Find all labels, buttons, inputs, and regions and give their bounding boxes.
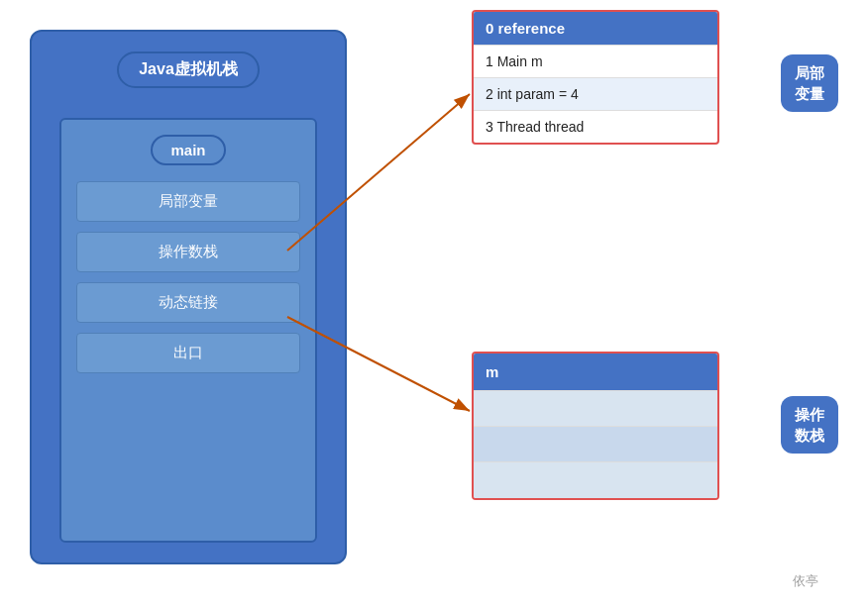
frame-title: main	[151, 135, 225, 165]
jvm-stack-container: Java虚拟机栈 main 局部变量 操作数栈 动态链接 出口	[30, 30, 347, 564]
local-vars-label: 局部变量	[781, 54, 838, 112]
lv-row-2: 2 int param = 4	[474, 78, 717, 111]
exit-row: 出口	[76, 333, 300, 373]
local-vars-row: 局部变量	[76, 181, 300, 222]
op-row-1	[474, 391, 717, 427]
op-row-2	[474, 427, 717, 462]
operand-stack-label: 操作数栈	[781, 396, 838, 454]
local-vars-table: 0 reference 1 Main m 2 int param = 4 3 T…	[472, 10, 719, 145]
main-frame: main 局部变量 操作数栈 动态链接 出口	[59, 118, 317, 543]
lv-row-0: 0 reference	[474, 12, 717, 46]
watermark: 依亭	[793, 572, 818, 590]
op-row-3	[474, 462, 717, 498]
operand-stack-row: 操作数栈	[76, 232, 300, 272]
op-header: m	[474, 354, 717, 391]
jvm-title: Java虚拟机栈	[117, 51, 260, 88]
dynamic-link-row: 动态链接	[76, 282, 300, 323]
lv-row-1: 1 Main m	[474, 46, 717, 78]
lv-row-3: 3 Thread thread	[474, 111, 717, 143]
operand-stack-table: m	[472, 352, 719, 500]
